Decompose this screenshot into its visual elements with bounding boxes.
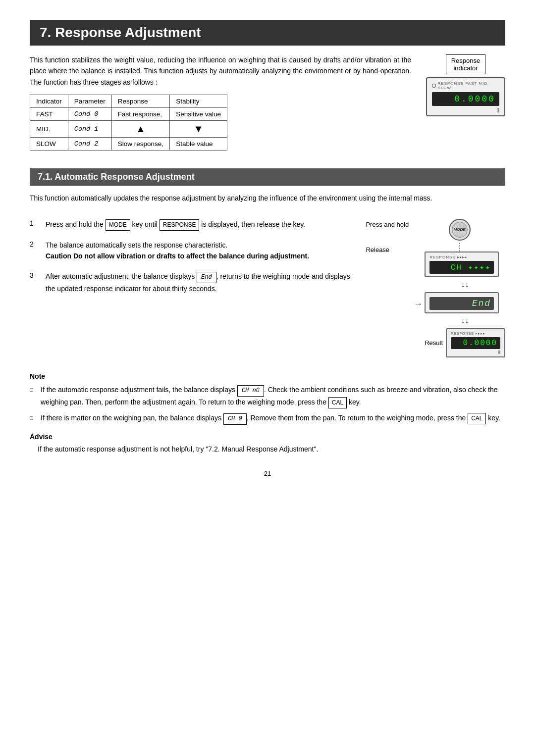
row1-param: Cond 0 [68, 108, 111, 121]
note-text-2: If there is matter on the weighing pan, … [41, 412, 500, 425]
row1-indicator: FAST [30, 108, 68, 121]
end-display-inline: End [197, 272, 216, 283]
advise-section: Advise If the automatic response adjustm… [30, 433, 505, 454]
col-parameter: Parameter [68, 95, 111, 108]
note-bullet-2: □ [30, 412, 37, 425]
dot-indicator [432, 84, 436, 88]
intro-right: Responseindicator RESPONSE FAST MID. SLO… [426, 54, 505, 158]
response-label: RESPONSE FAST MID. SLOW [438, 81, 499, 90]
notes-title: Note [30, 372, 505, 380]
step-3-text: After automatic adjustment, the balance … [46, 271, 351, 295]
device-top-labels: RESPONSE FAST MID. SLOW [432, 81, 499, 90]
ch-display-device: RESPONSE ▸▸▸▸ CH ✦✦✦✦ [425, 252, 499, 277]
row2-response-arrow: ▲ [111, 121, 169, 138]
col-response: Response [111, 95, 169, 108]
arrow-down-diagram: ↓↓ [425, 280, 505, 289]
note-text-1: If the automatic response adjustment fai… [41, 384, 505, 408]
row1-stability: Sensitive value [170, 108, 227, 121]
result-display-device: RESPONSE ▸▸▸▸ 0.0000 g [446, 328, 505, 357]
advise-text: If the automatic response adjustment is … [38, 444, 505, 454]
row3-indicator: SLOW [30, 138, 68, 151]
response-key: RESPONSE [160, 219, 200, 231]
note-item-1: □ If the automatic response adjustment f… [30, 384, 505, 408]
table-row: MID. Cond 1 ▲ ▼ [30, 121, 227, 138]
step-3: 3 After automatic adjustment, the balanc… [30, 271, 351, 295]
device-unit: g [432, 107, 499, 112]
row2-param: Cond 1 [68, 121, 111, 138]
row3-stability: Stable value [170, 138, 227, 151]
table-header-row: Indicator Parameter Response Stability [30, 95, 227, 108]
step-1-text: Press and hold the MODE key until RESPON… [46, 219, 351, 231]
note-bullet-1: □ [30, 384, 37, 408]
result-display: 0.0000 [451, 337, 500, 349]
cal-key-1: CAL [328, 397, 347, 408]
note-item-2: □ If there is matter on the weighing pan… [30, 412, 505, 425]
mode-button-diagram: MODE [449, 219, 471, 241]
end-display-device: End [425, 292, 499, 313]
ch-ng-display: CH nG [237, 385, 264, 397]
right-panel: Press and hold Release MODE → [366, 219, 505, 361]
result-status-label: RESPONSE ▸▸▸▸ [451, 332, 500, 336]
param-table: Indicator Parameter Response Stability F… [30, 95, 227, 151]
response-indicator-label: Responseindicator [446, 54, 486, 74]
col-stability: Stability [170, 95, 227, 108]
row3-param: Cond 2 [68, 138, 111, 151]
end-display: End [429, 297, 494, 310]
result-unit: g [451, 349, 500, 354]
result-label: Result [425, 339, 443, 347]
page-title: 7. Response Adjustment [30, 20, 505, 46]
row2-stability-arrow: ▼ [170, 121, 227, 138]
device-display: 0.0000 [432, 92, 499, 106]
response-status-label: RESPONSE ▸▸▸▸ [429, 255, 494, 259]
auto-section-text: This function automatically updates the … [30, 193, 505, 203]
section-title: 7.1. Automatic Response Adjustment [30, 168, 505, 186]
step-2-caution: Caution Do not allow vibration or drafts… [46, 252, 309, 260]
steps-left: 1 Press and hold the MODE key until RESP… [30, 219, 351, 361]
press-hold-label: Press and hold [366, 221, 409, 228]
release-label: Release [366, 236, 409, 253]
step-1: 1 Press and hold the MODE key until RESP… [30, 219, 351, 231]
intro-text: This function stabilizes the weight valu… [30, 54, 411, 88]
advise-title: Advise [30, 433, 505, 441]
row1-response: Fast response, [111, 108, 169, 121]
step-2-text: The balance automatically sets the respo… [46, 240, 351, 262]
page-number: 21 [30, 470, 505, 477]
col-indicator: Indicator [30, 95, 68, 108]
row3-response: Slow response, [111, 138, 169, 151]
mode-key: MODE [106, 219, 130, 231]
indicator-device: RESPONSE FAST MID. SLOW 0.0000 g [426, 77, 505, 116]
ch-display: CH ✦✦✦✦ [429, 261, 494, 274]
row2-indicator: MID. [30, 121, 68, 138]
mode-icon: MODE [452, 222, 468, 238]
cal-key-2: CAL [468, 413, 486, 424]
intro-left: This function stabilizes the weight valu… [30, 54, 411, 158]
intro-area: This function stabilizes the weight valu… [30, 54, 505, 158]
steps-area: 1 Press and hold the MODE key until RESP… [30, 219, 505, 361]
notes-section: Note □ If the automatic response adjustm… [30, 372, 505, 425]
arrow-down-diagram2: ↓↓ [425, 316, 505, 325]
table-row: FAST Cond 0 Fast response, Sensitive val… [30, 108, 227, 121]
step-3-num: 3 [30, 271, 39, 279]
step-2: 2 The balance automatically sets the res… [30, 240, 351, 262]
ch-0-display: CH 0 [223, 413, 247, 425]
step-2-num: 2 [30, 240, 39, 248]
table-row: SLOW Cond 2 Slow response, Stable value [30, 138, 227, 151]
step-1-num: 1 [30, 219, 39, 227]
